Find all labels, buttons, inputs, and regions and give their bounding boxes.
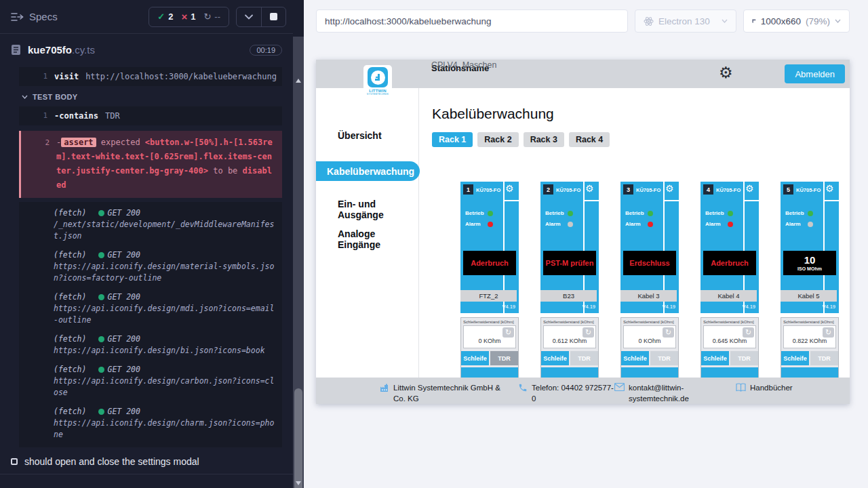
module-card-1: 1 KÜ705-FO ⚙ Betrieb Alarm Aderbruch FTZ… xyxy=(460,182,519,378)
tab-rack-3[interactable]: Rack 3 xyxy=(524,132,564,147)
file-icon xyxy=(11,44,21,56)
spec-file-name: kue705fo.cy.ts xyxy=(28,44,95,56)
betrieb-led xyxy=(728,211,733,216)
browser-select[interactable]: Electron 130 xyxy=(635,9,736,33)
logout-button[interactable]: Abmelden xyxy=(785,64,845,83)
fetch-entry: (fetch)GET 200 https://api.iconify.desig… xyxy=(54,406,277,441)
module-gear-icon[interactable]: ⚙ xyxy=(825,183,834,194)
status-ok-dot xyxy=(98,210,104,216)
sidebar-item-uebersicht[interactable]: Übersicht xyxy=(338,130,418,142)
module-number: 3 xyxy=(623,184,633,195)
tab-rack-2[interactable]: Rack 2 xyxy=(477,132,518,147)
module-model: KÜ705-FO xyxy=(636,187,660,193)
scrollbar-track[interactable] xyxy=(293,37,304,488)
firmware-version: V4.19 xyxy=(582,304,595,310)
settings-gear-icon[interactable]: ⚙ xyxy=(719,64,733,82)
logo-glyph-icon xyxy=(374,73,382,82)
log-row-assert-failed[interactable]: 2 -assert expected <button.w-[50%].h-[1.… xyxy=(19,131,282,198)
refresh-icon[interactable]: ↻ xyxy=(663,327,674,338)
cypress-reporter-panel: Specs ✓2 ×1 ↻-- kue705fo.cy.ts 00:19 1 v… xyxy=(0,0,293,488)
module-gear-icon[interactable]: ⚙ xyxy=(745,183,754,194)
cable-name: Kabel 3 xyxy=(620,290,677,302)
assert-badge: assert xyxy=(61,138,96,147)
browser-url-bar: Electron 130 1000x660 (79%) xyxy=(304,0,868,42)
module-gear-icon[interactable]: ⚙ xyxy=(585,183,594,194)
module-model: KÜ705-FO xyxy=(716,187,741,193)
status-ok-dot xyxy=(98,367,104,373)
viewport-size-select[interactable]: 1000x660 (79%) xyxy=(743,9,850,33)
status-ok-dot xyxy=(98,294,104,300)
scrollbar-thumb[interactable] xyxy=(294,388,302,488)
divider xyxy=(0,474,293,474)
footer-manuals[interactable]: Handbücher xyxy=(736,382,793,393)
status-ok-dot xyxy=(98,252,104,258)
chevron-down-icon xyxy=(245,14,253,20)
schleife-button[interactable]: Schleife xyxy=(701,351,729,365)
url-input[interactable] xyxy=(316,9,628,33)
app-sidebar: Übersicht Kabelüberwachung Ein- und Ausg… xyxy=(316,88,419,404)
fetch-entry: (fetch)GET 200 https://api.iconify.desig… xyxy=(54,249,277,284)
tdr-button-disabled[interactable]: TDR xyxy=(490,351,518,365)
refresh-icon[interactable]: ↻ xyxy=(743,327,754,338)
log-row-visit[interactable]: 1 visit http://localhost:3000/kabelueber… xyxy=(19,67,282,86)
stop-button[interactable] xyxy=(261,7,285,26)
module-gear-icon[interactable]: ⚙ xyxy=(505,183,514,194)
schleife-button[interactable]: Schleife xyxy=(781,351,809,365)
cross-icon: × xyxy=(181,12,187,21)
refresh-icon[interactable]: ↻ xyxy=(823,327,834,338)
fetch-log-block: (fetch)GET 200 /_next/static/development… xyxy=(19,202,282,447)
test-body-section[interactable]: TEST BODY xyxy=(22,93,282,101)
refresh-icon[interactable]: ↻ xyxy=(583,327,594,338)
tab-rack-4[interactable]: Rack 4 xyxy=(569,132,610,147)
scroll-down-arrow[interactable] xyxy=(296,481,301,485)
spec-file-row[interactable]: kue705fo.cy.ts 00:19 xyxy=(0,34,293,64)
footer-company: Littwin Systemtechnik GmbH & Co. KG xyxy=(380,382,514,404)
sidebar-item-kabelueberwachung-active[interactable]: Kabelüberwachung xyxy=(316,161,420,181)
pending-icon: ↻ xyxy=(203,12,211,22)
sidebar-item-ein-ausgaenge[interactable]: Ein- und Ausgänge xyxy=(338,199,418,211)
module-strip xyxy=(781,367,838,378)
betrieb-led xyxy=(568,211,573,216)
app-header xyxy=(316,60,850,88)
status-ok-dot xyxy=(98,409,104,415)
pending-test-row[interactable]: should open and close the settings modal xyxy=(11,456,282,467)
failed-stat: ×1 xyxy=(181,12,195,22)
station-info: Stationsname CPLV4_Maschen xyxy=(431,63,489,73)
test-box-icon xyxy=(11,458,18,465)
resistance-label: Schleifenwiderstand [kOhm] xyxy=(461,318,518,325)
spec-timer: 00:19 xyxy=(250,45,282,56)
sidebar-item-analoge-eingaenge[interactable]: Analoge Eingänge xyxy=(338,228,418,241)
schleife-button[interactable]: Schleife xyxy=(621,351,649,365)
footer-email[interactable]: kontakt@littwin-systemtechnik.de xyxy=(614,382,692,404)
firmware-version: V4.19 xyxy=(662,304,675,310)
status-display: Erdschluss xyxy=(623,251,676,275)
tdr-button-disabled[interactable]: TDR xyxy=(810,351,838,365)
refresh-icon[interactable]: ↻ xyxy=(502,327,514,338)
betrieb-led xyxy=(648,211,653,216)
specs-menu[interactable]: Specs xyxy=(11,11,58,22)
schleife-button[interactable]: Schleife xyxy=(461,351,489,365)
tdr-button-disabled[interactable]: TDR xyxy=(730,351,758,365)
rack-tabs: Rack 1 Rack 2 Rack 3 Rack 4 xyxy=(432,132,850,147)
alarm-led xyxy=(648,222,653,227)
module-card-5: 5 KÜ705-FO ⚙ Betrieb Alarm 10 ISO MOhm K… xyxy=(781,182,839,378)
tdr-button-disabled[interactable]: TDR xyxy=(650,351,678,365)
resistance-label: Schleifenwiderstand [kOhm] xyxy=(621,318,678,325)
log-row-contains[interactable]: 1 -contains TDR xyxy=(19,106,282,125)
resistance-value: 0.645 KOhm xyxy=(704,338,755,344)
module-gear-icon[interactable]: ⚙ xyxy=(665,183,674,194)
module-strip xyxy=(461,367,518,378)
schleife-button[interactable]: Schleife xyxy=(541,351,569,365)
status-display: 10 ISO MOhm xyxy=(783,251,836,275)
module-number: 4 xyxy=(703,184,713,195)
resistance-label: Schleifenwiderstand [kOhm] xyxy=(781,318,838,325)
scroll-up-arrow[interactable] xyxy=(296,79,301,83)
pending-stat: ↻-- xyxy=(203,12,220,22)
tab-rack-1[interactable]: Rack 1 xyxy=(432,132,473,147)
resistance-value: 0.822 KOhm xyxy=(784,338,835,344)
collapse-button[interactable] xyxy=(237,7,261,26)
status-display: Aderbruch xyxy=(703,251,756,275)
app-content: Kabelüberwachung Rack 1 Rack 2 Rack 3 Ra… xyxy=(419,88,850,404)
tdr-button-disabled[interactable]: TDR xyxy=(570,351,598,365)
status-display: PST-M prüfen xyxy=(543,251,596,275)
